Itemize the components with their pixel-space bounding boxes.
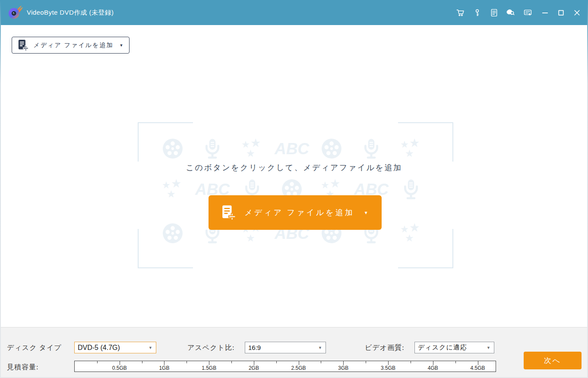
- file-plus-icon: [18, 39, 28, 51]
- minimize-button[interactable]: [540, 7, 550, 18]
- disc-type-label: ディスク タイプ: [7, 343, 62, 353]
- register-icon[interactable]: [489, 7, 499, 18]
- stars-watermark-icon: ★★★: [398, 221, 424, 245]
- add-media-button-main[interactable]: メディア ファイルを追加 ▼: [209, 195, 382, 230]
- microphone-watermark-icon: [398, 177, 424, 201]
- titlebar-tools: [455, 7, 533, 18]
- ruler-label: 4GB: [428, 365, 438, 371]
- ruler-tick: [388, 361, 389, 365]
- maximize-button[interactable]: [556, 7, 566, 18]
- ruler-label: 0.5GB: [112, 365, 127, 371]
- ruler-tick: [231, 361, 232, 363]
- video-quality-label: ビデオ画質:: [365, 343, 405, 353]
- ruler-label: 1GB: [159, 365, 169, 371]
- estimated-capacity-label: 見積容量:: [7, 363, 38, 372]
- ruler-tick: [97, 361, 98, 363]
- aspect-ratio-select[interactable]: 16:9 ▼: [245, 342, 326, 353]
- ruler-tick: [321, 361, 321, 363]
- ruler-tick: [478, 361, 478, 365]
- chevron-down-icon: ▼: [119, 43, 123, 48]
- ruler-label: 2.5GB: [291, 365, 306, 371]
- aspect-ratio-label: アスペクト比:: [187, 343, 234, 353]
- ruler-tick: [120, 361, 120, 365]
- ruler-tick: [209, 361, 209, 365]
- microphone-watermark-icon: [358, 137, 384, 161]
- abc-subtitle-watermark: ABC: [279, 137, 305, 161]
- disc-type-value: DVD-5 (4.7G): [75, 344, 147, 352]
- ruler-label: 2GB: [249, 365, 259, 371]
- key-icon[interactable]: [472, 7, 482, 18]
- dropzone-instruction: このボタンをクリックして、メディアファイルを追加: [1, 162, 587, 173]
- app-title: VideoByte DVD作成 (未登録): [27, 9, 114, 17]
- microphone-watermark-icon: [199, 137, 225, 161]
- ruler-tick: [276, 361, 277, 363]
- settings-bar: ディスク タイプ DVD-5 (4.7G) ▼ アスペクト比: 16:9 ▼ ビ…: [1, 327, 587, 378]
- chevron-down-icon: ▼: [364, 210, 368, 215]
- stars-watermark-icon: ★★★: [160, 177, 186, 201]
- chevron-down-icon: ▼: [316, 346, 326, 350]
- feedback-icon[interactable]: [506, 7, 516, 18]
- ruler-label: 3.5GB: [381, 365, 395, 371]
- ruler-tick: [411, 361, 411, 363]
- watermark-row: ★★★ABC ★★★: [160, 137, 424, 161]
- close-button[interactable]: [572, 7, 582, 18]
- ruler-tick: [433, 361, 433, 365]
- ruler-tick: [142, 361, 142, 363]
- stars-watermark-icon: ★★★: [239, 137, 265, 161]
- film-reel-watermark-icon: [160, 221, 186, 245]
- ruler-tick: [164, 361, 164, 365]
- capacity-ruler: 0.5GB1GB1.5GB2GB2.5GB3GB3.5GB4GB4.5GB: [74, 361, 496, 372]
- video-quality-value: ディスクに適応: [415, 343, 485, 352]
- stars-watermark-icon: ★★★: [398, 137, 424, 161]
- ruler-label: 1.5GB: [202, 365, 216, 371]
- window-controls: [540, 7, 582, 18]
- ruler-label: 3GB: [338, 365, 348, 371]
- ruler-label: 4.5GB: [470, 365, 485, 371]
- ruler-tick: [254, 361, 254, 365]
- app-logo-icon: [7, 4, 23, 21]
- app-window: VideoByte DVD作成 (未登録): [0, 0, 588, 378]
- media-dropzone[interactable]: メディア ファイルを追加 ▼ ★★★ABC: [1, 25, 587, 327]
- chevron-down-icon: ▼: [147, 346, 156, 350]
- add-media-label: メディア ファイルを追加: [244, 207, 354, 218]
- film-reel-watermark-icon: [319, 137, 345, 161]
- add-media-label: メディア ファイルを追加: [34, 41, 114, 49]
- chevron-down-icon: ▼: [485, 346, 494, 350]
- ruler-tick: [455, 361, 456, 363]
- film-reel-watermark-icon: [160, 137, 186, 161]
- aspect-ratio-value: 16:9: [245, 344, 316, 351]
- ruler-tick: [366, 361, 366, 363]
- next-button[interactable]: 次へ: [524, 352, 582, 369]
- cart-icon[interactable]: [455, 7, 465, 18]
- ruler-tick: [187, 361, 187, 363]
- file-plus-icon: [222, 205, 236, 220]
- video-quality-select[interactable]: ディスクに適応 ▼: [414, 342, 494, 353]
- disc-type-select[interactable]: DVD-5 (4.7G) ▼: [74, 342, 156, 353]
- menu-icon[interactable]: [522, 7, 533, 18]
- ruler-tick: [299, 361, 299, 365]
- titlebar: VideoByte DVD作成 (未登録): [0, 0, 588, 25]
- add-media-button-toolbar[interactable]: メディア ファイルを追加 ▼: [12, 37, 130, 54]
- ruler-tick: [343, 361, 344, 365]
